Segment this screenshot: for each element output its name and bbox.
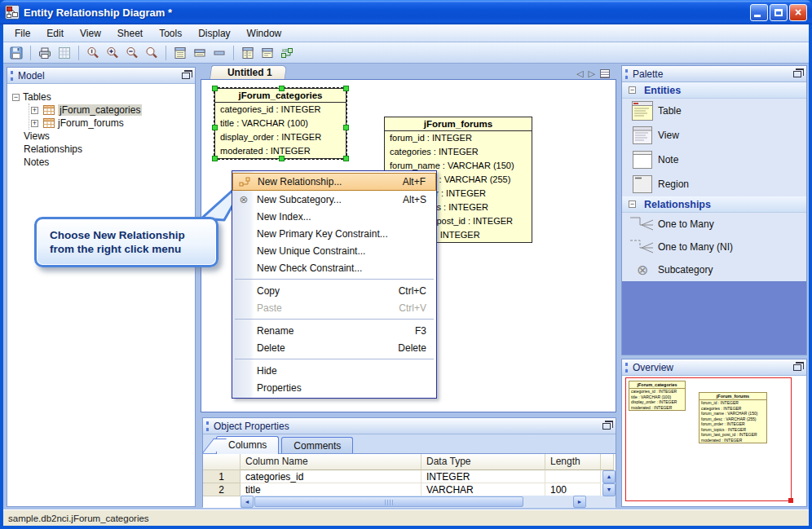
menu-window[interactable]: Window (239, 25, 290, 42)
menu-item-paste[interactable]: Paste Ctrl+V (232, 299, 436, 316)
viewport-resize-handle[interactable] (788, 498, 793, 503)
float-panel-icon[interactable] (793, 71, 801, 77)
expand-icon[interactable]: + (31, 107, 38, 114)
selection-handle[interactable] (212, 156, 218, 161)
diagram-canvas[interactable]: jForum_categories categories_id : INTEGE… (201, 79, 616, 412)
display-attributes-icon[interactable] (171, 44, 189, 62)
tab-untitled-1[interactable]: Untitled 1 (210, 65, 287, 79)
scroll-up-icon[interactable]: ▲ (602, 470, 616, 483)
grid-icon[interactable] (55, 44, 73, 62)
entity-jforum-categories[interactable]: jForum_categories categories_id : INTEGE… (214, 88, 346, 159)
scroll-left-icon[interactable]: ◄ (241, 496, 254, 508)
menu-item-new-relationship[interactable]: New Relationship... Alt+F (232, 173, 436, 191)
menu-edit[interactable]: Edit (38, 25, 72, 42)
minimize-button[interactable] (750, 4, 768, 21)
selection-handle[interactable] (279, 86, 285, 91)
menu-item-new-subcategory[interactable]: ⊗ New Subcategory... Alt+S (232, 191, 436, 208)
tree-item-relationships[interactable]: Relationships (12, 143, 193, 156)
show-columns-icon[interactable] (239, 44, 257, 62)
palette-item-subcategory[interactable]: ⊗ Subcategory (622, 258, 806, 281)
tab-list-icon[interactable] (600, 69, 610, 78)
zoom-actual-icon[interactable] (84, 44, 102, 62)
scrollbar-thumb[interactable] (254, 496, 523, 507)
menu-item-hide[interactable]: Hide (232, 362, 436, 379)
toolbar-separator (165, 46, 166, 60)
palette-item-one-to-many[interactable]: One to Many (622, 213, 806, 236)
columns-grid: Column Name Data Type Length 1 categorie… (203, 454, 616, 508)
menu-item-new-check-constraint[interactable]: New Check Constraint... (232, 259, 436, 276)
tree-item-notes[interactable]: Notes (12, 156, 193, 169)
cell-length[interactable]: 100 (545, 483, 601, 496)
menu-item-rename[interactable]: Rename F3 (232, 322, 436, 339)
collapse-icon[interactable]: − (629, 201, 636, 208)
display-collapsed-icon[interactable] (210, 44, 228, 62)
view-entity-icon (632, 126, 653, 145)
cell-column-name[interactable]: categories_id (241, 470, 421, 483)
scroll-down-icon[interactable]: ▼ (602, 483, 616, 496)
overview-header[interactable]: Overview (622, 359, 806, 376)
prev-tab-icon[interactable]: ◁ (576, 68, 583, 79)
zoom-out-icon[interactable] (123, 44, 141, 62)
cell-length[interactable] (545, 470, 601, 483)
tree-item-jforum-categories[interactable]: + jForum_categories (29, 104, 193, 117)
row-number-header (203, 454, 241, 470)
selection-handle[interactable] (343, 86, 349, 91)
selection-handle[interactable] (343, 156, 349, 161)
tree-item-tables[interactable]: − Tables (12, 90, 193, 104)
expand-icon[interactable]: + (31, 120, 38, 127)
menu-tools[interactable]: Tools (151, 25, 190, 42)
menu-item-properties[interactable]: Properties (232, 379, 436, 396)
tree-item-views[interactable]: Views (12, 130, 193, 143)
selection-handle[interactable] (279, 156, 285, 161)
cell-data-type[interactable]: INTEGER (421, 470, 545, 483)
menu-file[interactable]: File (7, 25, 38, 42)
collapse-icon[interactable]: − (629, 86, 636, 94)
float-panel-icon[interactable] (793, 364, 801, 371)
properties-tab-strip: Columns Comments (203, 434, 616, 454)
palette-header[interactable]: Palette (622, 66, 806, 82)
display-names-icon[interactable] (191, 44, 209, 62)
menu-item-new-primary-key-constraint[interactable]: New Primary Key Constraint... (232, 225, 436, 242)
section-entities[interactable]: − Entities (622, 82, 806, 99)
zoom-in-icon[interactable] (104, 44, 121, 62)
zoom-icon[interactable] (143, 44, 161, 62)
print-icon[interactable] (36, 44, 54, 62)
new-relationship-tool-icon[interactable]: KR (278, 44, 296, 62)
collapse-icon[interactable]: − (12, 94, 20, 101)
palette-item-note[interactable]: Note (622, 148, 806, 172)
selection-handle[interactable] (212, 86, 218, 91)
selection-handle[interactable] (212, 125, 218, 130)
palette-item-one-to-many-ni[interactable]: One to Many (NI) (622, 236, 806, 258)
toolbar-separator (233, 46, 234, 60)
tab-comments[interactable]: Comments (281, 437, 353, 453)
next-tab-icon[interactable]: ▷ (589, 68, 595, 79)
menu-item-new-unique-constraint[interactable]: New Unique Constraint... (232, 242, 436, 259)
menu-display[interactable]: Display (190, 25, 238, 42)
close-button[interactable]: × (789, 4, 807, 21)
selection-handle[interactable] (343, 125, 349, 130)
float-panel-icon[interactable] (602, 423, 611, 430)
object-properties-header[interactable]: Object Properties (203, 418, 616, 434)
save-icon[interactable] (7, 44, 25, 62)
cell-data-type[interactable]: VARCHAR (421, 483, 545, 496)
palette-item-table[interactable]: Table (622, 99, 806, 123)
panel-grip (625, 363, 628, 373)
tree-item-jforum-forums[interactable]: + jForum_forums (29, 117, 193, 130)
float-panel-icon[interactable] (182, 73, 190, 79)
scroll-right-icon[interactable]: ► (573, 496, 586, 508)
cell-column-name[interactable]: title (241, 483, 421, 496)
palette-item-view[interactable]: View (622, 123, 806, 148)
menu-sheet[interactable]: Sheet (109, 25, 151, 42)
menu-item-copy[interactable]: Copy Ctrl+C (232, 282, 436, 299)
object-properties-title: Object Properties (214, 421, 289, 432)
section-relationships[interactable]: − Relationships (622, 196, 806, 213)
model-panel-header[interactable]: Model (7, 68, 195, 84)
menu-view[interactable]: View (72, 25, 109, 42)
maximize-button[interactable] (770, 4, 788, 21)
horizontal-scrollbar[interactable]: ◄ ► (241, 496, 602, 508)
menu-item-new-index[interactable]: New Index... (232, 208, 436, 225)
palette-item-region[interactable]: One to Many Region (622, 172, 806, 196)
vertical-scrollbar[interactable]: ▲ ▼ (602, 470, 616, 508)
menu-item-delete[interactable]: Delete Delete (232, 339, 436, 356)
show-comments-icon[interactable] (258, 44, 276, 62)
